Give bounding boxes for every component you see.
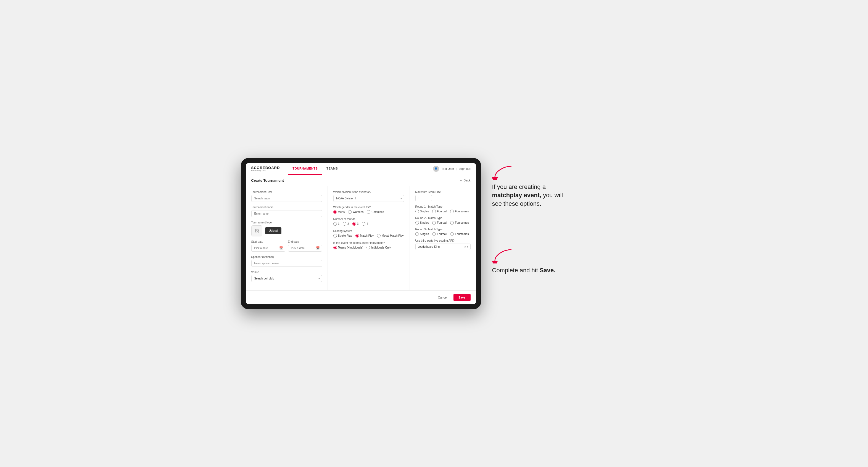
tournament-name-input[interactable]	[251, 210, 322, 217]
teams-teams-radio[interactable]	[333, 246, 337, 249]
round3-singles-radio[interactable]	[415, 232, 419, 236]
gender-womens-radio[interactable]	[348, 210, 351, 214]
avatar: 👤	[433, 166, 439, 172]
sponsor-group: Sponsor (optional)	[251, 255, 322, 267]
round1-singles-radio[interactable]	[415, 210, 419, 213]
dates-group: Start date 📅 End date 📅	[251, 240, 322, 252]
round1-singles-option[interactable]: Singles	[415, 210, 429, 213]
gender-mens-option[interactable]: Mens	[333, 210, 345, 214]
scoring-group: Scoring system Stroke Play Match Play	[333, 229, 404, 238]
scoring-medal-label: Medal Match Play	[382, 234, 403, 237]
max-team-label: Maximum Team Size	[415, 191, 471, 194]
scoring-match-label: Match Play	[360, 234, 374, 237]
scoring-match-option[interactable]: Match Play	[355, 234, 374, 238]
arrow-bottom-icon	[492, 247, 514, 263]
save-button[interactable]: Save	[454, 294, 471, 301]
teams-teams-option[interactable]: Teams (+Individuals)	[333, 246, 364, 249]
teams-individuals-label: Individuals Only	[371, 246, 391, 249]
gender-mens-radio[interactable]	[333, 210, 337, 214]
round1-foursomes-radio[interactable]	[450, 210, 454, 213]
scoring-stroke-radio[interactable]	[333, 234, 337, 238]
end-date-field: End date 📅	[288, 240, 322, 252]
division-label: Which division is the event for?	[333, 191, 404, 194]
api-close-button[interactable]: ✕ ▾	[464, 245, 468, 248]
round2-foursomes-option[interactable]: Foursomes	[450, 221, 469, 224]
round2-fourball-option[interactable]: Fourball	[432, 221, 447, 224]
rounds-3-radio[interactable]	[352, 222, 356, 226]
teams-individuals-radio[interactable]	[367, 246, 370, 249]
round3-fourball-option[interactable]: Fourball	[432, 232, 447, 236]
round3-label: Round 3 - Match Type	[415, 228, 471, 231]
gender-label: Which gender is the event for?	[333, 206, 404, 209]
tournament-host-group: Tournament Host	[251, 191, 322, 202]
api-label: Use third-party live scoring API?	[415, 239, 471, 242]
round3-foursomes-option[interactable]: Foursomes	[450, 232, 469, 236]
api-section: Use third-party live scoring API? Leader…	[415, 239, 471, 250]
tournament-host-input[interactable]	[251, 195, 322, 202]
back-link[interactable]: ← Back	[460, 179, 471, 182]
round3-foursomes-radio[interactable]	[450, 232, 454, 236]
round2-singles-label: Singles	[420, 221, 429, 224]
top-nav: SCOREBOARD Powered by clipp TOURNAMENTS …	[246, 163, 476, 175]
scoring-stroke-label: Stroke Play	[338, 234, 352, 237]
round1-foursomes-option[interactable]: Foursomes	[450, 210, 469, 213]
gender-womens-option[interactable]: Womens	[348, 210, 364, 214]
cancel-button[interactable]: Cancel	[435, 294, 451, 301]
round1-fourball-label: Fourball	[437, 210, 447, 213]
rounds-4-radio[interactable]	[362, 222, 365, 226]
round3-fourball-label: Fourball	[437, 232, 447, 236]
round3-fourball-radio[interactable]	[432, 232, 436, 236]
rounds-2-option[interactable]: 2	[343, 222, 349, 226]
rounds-1-radio[interactable]	[333, 222, 337, 226]
logo-area: SCOREBOARD Powered by clipp	[251, 166, 280, 172]
sign-out-link[interactable]: Sign out	[459, 167, 470, 170]
round2-singles-option[interactable]: Singles	[415, 221, 429, 224]
round2-singles-radio[interactable]	[415, 221, 419, 224]
teams-group: Is this event for Teams and/or Individua…	[333, 241, 404, 249]
gender-mens-label: Mens	[338, 211, 345, 214]
tab-tournaments[interactable]: TOURNAMENTS	[288, 163, 322, 175]
venue-select-wrapper: Search golf club	[251, 275, 322, 282]
form-col-3: Maximum Team Size Round 1 - Match Type S…	[410, 186, 476, 290]
user-name: Test User	[441, 167, 454, 170]
gender-combined-option[interactable]: Combined	[367, 210, 384, 214]
teams-teams-label: Teams (+Individuals)	[338, 246, 364, 249]
round3-section: Round 3 - Match Type Singles Fourball	[415, 228, 471, 236]
teams-individuals-option[interactable]: Individuals Only	[367, 246, 391, 249]
round2-fourball-radio[interactable]	[432, 221, 436, 224]
upload-button[interactable]: Upload	[265, 227, 282, 234]
sponsor-label: Sponsor (optional)	[251, 255, 322, 258]
scoring-medal-radio[interactable]	[377, 234, 380, 238]
annotation-top: If you are creating a matchplay event, y…	[492, 163, 627, 208]
round1-singles-label: Singles	[420, 210, 429, 213]
round1-label: Round 1 - Match Type	[415, 205, 471, 208]
max-team-input[interactable]	[415, 195, 432, 201]
round1-fourball-radio[interactable]	[432, 210, 436, 213]
scoring-stroke-option[interactable]: Stroke Play	[333, 234, 352, 238]
gender-combined-label: Combined	[371, 211, 384, 214]
api-chevron-icon: ▾	[467, 245, 468, 248]
division-select[interactable]: NCAA Division I	[333, 195, 404, 202]
rounds-3-label: 3	[357, 222, 359, 225]
sponsor-input[interactable]	[251, 260, 322, 267]
end-date-wrapper: 📅	[288, 245, 322, 252]
round1-foursomes-label: Foursomes	[455, 210, 469, 213]
round3-singles-option[interactable]: Singles	[415, 232, 429, 236]
rounds-1-option[interactable]: 1	[333, 222, 340, 226]
rounds-4-option[interactable]: 4	[362, 222, 368, 226]
venue-select[interactable]: Search golf club	[251, 275, 322, 282]
round1-fourball-option[interactable]: Fourball	[432, 210, 447, 213]
rounds-2-radio[interactable]	[343, 222, 346, 226]
annotation-top-text: If you are creating a matchplay event, y…	[492, 183, 569, 208]
end-date-label: End date	[288, 240, 322, 243]
start-date-field: Start date 📅	[251, 240, 285, 252]
gender-combined-radio[interactable]	[367, 210, 370, 214]
round2-foursomes-radio[interactable]	[450, 221, 454, 224]
scoring-medal-option[interactable]: Medal Match Play	[377, 234, 403, 238]
scoring-match-radio[interactable]	[355, 234, 359, 238]
round1-section: Round 1 - Match Type Singles Fourball	[415, 205, 471, 213]
rounds-3-option[interactable]: 3	[352, 222, 359, 226]
tab-teams[interactable]: TEAMS	[322, 163, 342, 175]
api-x-icon: ✕	[464, 245, 466, 248]
form-body: Tournament Host Tournament name Tourname…	[246, 186, 476, 290]
